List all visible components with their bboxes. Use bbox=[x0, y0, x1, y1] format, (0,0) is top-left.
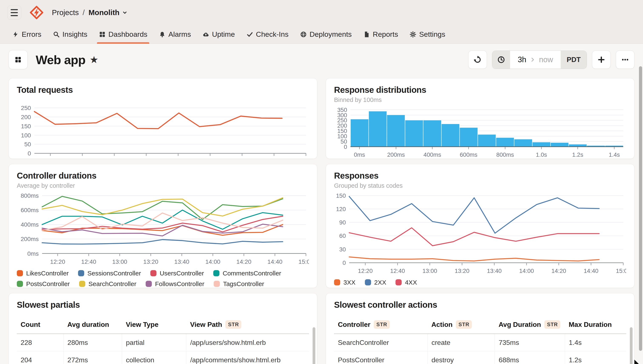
legend-item[interactable]: 4XX bbox=[395, 279, 417, 286]
legend-label: TagsController bbox=[223, 280, 264, 288]
card-controller-durations: Controller durations Average by controll… bbox=[9, 164, 317, 288]
controller-durations-chart[interactable]: 0ms200ms400ms600ms800ms12:2012:4013:0013… bbox=[17, 192, 309, 266]
legend-item[interactable]: FollowsController bbox=[146, 280, 204, 288]
table-cell: 688ms bbox=[495, 352, 565, 364]
svg-text:150: 150 bbox=[336, 192, 346, 199]
favorite-star-icon[interactable]: ★ bbox=[90, 54, 98, 66]
table-cell: collection bbox=[122, 352, 186, 364]
dashboard-toolbar: Web app ★ 3h now bbox=[9, 50, 634, 69]
tab-bar: Errors Insights Dashboards Alarms bbox=[0, 25, 643, 44]
tab-alarms[interactable]: Alarms bbox=[153, 25, 197, 44]
globe-icon bbox=[300, 31, 307, 38]
breadcrumb-projects[interactable]: Projects bbox=[52, 8, 79, 17]
table-cell: 272ms bbox=[64, 352, 122, 364]
svg-text:0: 0 bbox=[28, 150, 31, 157]
clock-icon bbox=[497, 56, 505, 64]
breadcrumb-separator: / bbox=[83, 8, 85, 17]
column-header[interactable]: ControllerSTR bbox=[334, 315, 427, 334]
legend-item[interactable]: SessionsController bbox=[78, 270, 141, 277]
tab-insights[interactable]: Insights bbox=[47, 25, 93, 44]
tab-check-ins[interactable]: Check-Ins bbox=[241, 25, 294, 44]
tab-label: Check-Ins bbox=[256, 30, 289, 38]
table-scrollbar[interactable] bbox=[630, 327, 632, 364]
card-total-requests: Total requests 05010015020025012:2012:40… bbox=[9, 78, 317, 159]
tab-label: Alarms bbox=[168, 30, 191, 38]
legend-swatch bbox=[395, 279, 402, 286]
column-header-label: Avg duration bbox=[67, 321, 109, 328]
appsignal-logo[interactable] bbox=[30, 6, 43, 19]
total-requests-chart[interactable]: 05010015020025012:2012:4013:0013:2013:40… bbox=[17, 105, 309, 159]
svg-text:12:20: 12:20 bbox=[358, 268, 372, 274]
card-title: Responses bbox=[334, 171, 626, 180]
table-row[interactable]: SearchControllercreate735ms1.4s bbox=[334, 334, 626, 352]
column-header-label: Max Duration bbox=[569, 321, 612, 328]
column-header[interactable]: Max Duration bbox=[565, 315, 626, 334]
legend-item[interactable]: PostsController bbox=[17, 280, 70, 288]
legend-label: FollowsController bbox=[155, 280, 204, 288]
legend-item[interactable]: SearchController bbox=[79, 280, 136, 288]
time-range-duration: 3h bbox=[518, 55, 526, 64]
time-range-control[interactable]: 3h now PDT bbox=[492, 50, 587, 69]
page-scrollbar[interactable] bbox=[639, 66, 642, 351]
refresh-button[interactable] bbox=[468, 50, 487, 69]
svg-text:600ms: 600ms bbox=[21, 207, 39, 214]
mouse-cursor bbox=[634, 358, 643, 364]
legend-item[interactable]: 3XX bbox=[334, 279, 355, 286]
column-header[interactable]: Avg duration bbox=[64, 315, 122, 334]
column-header[interactable]: Avg DurationSTR bbox=[495, 315, 565, 334]
svg-text:13:20: 13:20 bbox=[143, 258, 158, 265]
tab-dashboards[interactable]: Dashboards bbox=[93, 25, 153, 44]
add-dashboard-button[interactable] bbox=[592, 50, 611, 69]
card-subtitle: Grouped by status codes bbox=[334, 182, 626, 189]
legend-label: SearchController bbox=[88, 280, 136, 288]
response-distributions-chart[interactable]: 0501001502002503003500ms200ms400ms600ms8… bbox=[334, 107, 626, 159]
legend-label: LikesController bbox=[26, 270, 69, 277]
legend-item[interactable]: UsersController bbox=[150, 270, 204, 277]
legend-item[interactable]: 2XX bbox=[365, 279, 386, 286]
more-options-button[interactable] bbox=[616, 50, 634, 69]
legend-item[interactable]: CommentsController bbox=[213, 270, 281, 277]
svg-text:14:20: 14:20 bbox=[235, 158, 250, 159]
svg-text:1.4s: 1.4s bbox=[609, 152, 620, 158]
tab-reports[interactable]: Reports bbox=[357, 25, 404, 44]
card-response-distributions: Response distributions Binned by 100ms 0… bbox=[326, 78, 634, 159]
svg-text:13:40: 13:40 bbox=[174, 258, 189, 265]
tab-uptime[interactable]: Uptime bbox=[197, 25, 241, 44]
svg-text:14:00: 14:00 bbox=[519, 268, 534, 274]
column-header[interactable]: View Type bbox=[122, 315, 186, 334]
legend-item[interactable]: TagsController bbox=[214, 280, 264, 288]
tab-errors[interactable]: Errors bbox=[6, 25, 47, 44]
table-row[interactable]: PostsControllerdestroy688ms1.2s bbox=[334, 352, 626, 364]
responses-chart[interactable]: 030609012015012:2012:4013:0013:2013:4014… bbox=[334, 192, 626, 276]
column-header[interactable]: View PathSTR bbox=[186, 315, 309, 334]
legend-item[interactable]: LikesController bbox=[17, 270, 69, 277]
svg-text:150: 150 bbox=[21, 123, 31, 130]
table-row[interactable]: 228280mspartial/app/users/show.html.erb bbox=[17, 334, 309, 352]
table-cell: 204 bbox=[17, 352, 64, 364]
legend-swatch bbox=[146, 281, 152, 287]
svg-text:0ms: 0ms bbox=[354, 152, 365, 158]
timezone-segment[interactable]: PDT bbox=[561, 51, 587, 68]
refresh-icon bbox=[473, 56, 482, 64]
svg-text:600ms: 600ms bbox=[460, 152, 477, 158]
responses-legend: 3XX2XX4XX bbox=[334, 279, 626, 286]
controller-durations-legend: LikesControllerSessionsControllerUsersCo… bbox=[17, 270, 309, 288]
legend-swatch bbox=[365, 279, 371, 286]
page-title: Web app bbox=[36, 53, 86, 67]
tab-settings[interactable]: Settings bbox=[404, 25, 451, 44]
table-scrollbar[interactable] bbox=[313, 327, 315, 364]
table-row[interactable]: 204272mscollection/app/comments/show.htm… bbox=[17, 352, 309, 364]
time-range-value[interactable]: 3h now bbox=[510, 51, 561, 68]
hamburger-menu-button[interactable] bbox=[7, 6, 21, 20]
svg-text:800ms: 800ms bbox=[496, 152, 514, 158]
column-header[interactable]: Count bbox=[17, 315, 64, 334]
svg-text:15:00: 15:00 bbox=[299, 158, 309, 159]
time-range-clock-segment[interactable] bbox=[492, 51, 510, 68]
timezone-label: PDT bbox=[567, 56, 581, 64]
legend-swatch bbox=[334, 279, 340, 286]
column-header[interactable]: ActionSTR bbox=[427, 315, 495, 334]
breadcrumb-project-name[interactable]: Monolith bbox=[88, 8, 119, 17]
dashboard-picker-button[interactable] bbox=[9, 50, 28, 69]
table-cell: 280ms bbox=[64, 334, 122, 352]
tab-deployments[interactable]: Deployments bbox=[294, 25, 357, 44]
